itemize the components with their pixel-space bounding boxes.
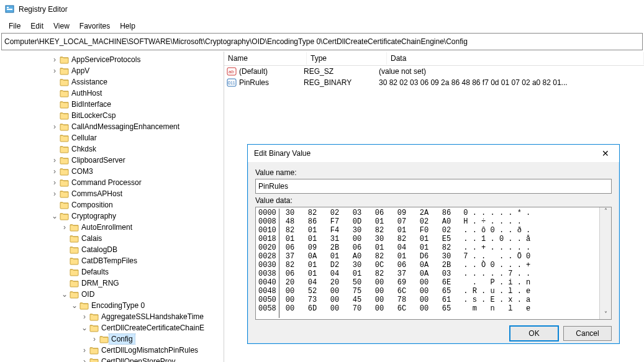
tree-item[interactable]: Assistance — [0, 76, 224, 88]
expand-icon[interactable]: › — [50, 66, 60, 75]
tree-item-label: BidInterface — [70, 99, 113, 109]
tree-item[interactable]: ›AutoEnrollment — [0, 222, 224, 233]
value-data-label: Value data: — [255, 196, 612, 205]
tree-item[interactable]: ›CommsAPHost — [0, 188, 224, 199]
menu-help[interactable]: Help — [115, 20, 140, 32]
expand-icon[interactable]: › — [50, 55, 60, 64]
tree-item[interactable]: ›ClipboardServer — [0, 155, 224, 166]
value-name-input[interactable]: PinRules — [255, 179, 612, 194]
tree-item[interactable]: Defaults — [0, 266, 224, 278]
scroll-down-icon[interactable]: ˅ — [604, 310, 607, 319]
tree-item-label: CommsAPHost — [70, 189, 124, 199]
tree-item[interactable]: ›CallAndMessagingEnhancement — [0, 121, 224, 132]
menu-favorites[interactable]: Favorites — [75, 20, 115, 32]
svg-text:ab: ab — [229, 69, 234, 75]
window-title: Registry Editor — [19, 5, 68, 14]
expand-icon[interactable]: › — [50, 178, 60, 187]
expand-icon[interactable]: › — [50, 189, 60, 198]
svg-rect-1 — [7, 7, 9, 8]
tree-pane[interactable]: ›AppServiceProtocols›AppVAssistanceAuthH… — [0, 52, 224, 362]
window-titlebar: Registry Editor — [0, 0, 644, 19]
hex-scrollbar[interactable]: ˄ ˅ — [599, 207, 611, 319]
tree-item[interactable]: ›AppV — [0, 65, 224, 76]
tree-item-label: Cryptography — [70, 211, 118, 221]
tree-item-label: CatDBTempFiles — [79, 256, 139, 266]
tree-item-label: Cellular — [70, 133, 99, 143]
menu-edit[interactable]: Edit — [25, 20, 48, 32]
menu-file[interactable]: File — [4, 20, 25, 32]
value-type: REG_SZ — [301, 67, 376, 76]
expand-icon[interactable]: › — [50, 122, 60, 131]
cancel-button[interactable]: Cancel — [563, 326, 612, 341]
tree-item-label: Config — [109, 334, 135, 344]
menu-view[interactable]: View — [48, 20, 75, 32]
list-row[interactable]: ab(Default)REG_SZ(value not set) — [224, 66, 644, 77]
address-text: Computer\HKEY_LOCAL_MACHINE\SOFTWARE\Mic… — [4, 37, 468, 46]
tree-item[interactable]: ›AggregateSSLHandshakeTime — [0, 311, 224, 322]
svg-rect-2 — [7, 9, 12, 10]
tree-item-label: ClipboardServer — [70, 155, 127, 165]
tree-item-label: BitLockerCsp — [70, 111, 117, 120]
menu-bar: File Edit View Favorites Help — [0, 19, 644, 33]
tree-item-label: COM3 — [70, 166, 95, 176]
expand-icon[interactable]: › — [50, 156, 60, 165]
tree-item[interactable]: ⌄Cryptography — [0, 210, 224, 222]
tree-item-label: Composition — [70, 200, 115, 210]
expand-icon[interactable]: › — [79, 357, 89, 362]
tree-item[interactable]: Calais — [0, 233, 224, 244]
tree-item[interactable]: DRM_RNG — [0, 278, 224, 289]
tree-item-label: AggregateSSLHandshakeTime — [99, 312, 206, 322]
value-data: (value not set) — [376, 67, 644, 76]
tree-item-label: CatalogDB — [79, 245, 119, 255]
tree-item[interactable]: Cellular — [0, 132, 224, 143]
tree-item[interactable]: CatDBTempFiles — [0, 255, 224, 266]
tree-item[interactable]: ›AppServiceProtocols — [0, 54, 224, 65]
col-data-header[interactable]: Data — [387, 52, 644, 65]
col-type-header[interactable]: Type — [307, 52, 387, 65]
tree-item[interactable]: ›Config — [0, 333, 224, 345]
expand-icon[interactable]: ⌄ — [79, 324, 89, 332]
tree-item[interactable]: ›CertDllLogMismatchPinRules — [0, 345, 224, 356]
tree-item-label: AppServiceProtocols — [70, 55, 142, 65]
tree-item[interactable]: Chkdsk — [0, 143, 224, 155]
regedit-icon — [5, 4, 15, 14]
tree-item-label: Command Processor — [70, 178, 143, 188]
tree-item-label: Chkdsk — [70, 144, 98, 154]
address-bar[interactable]: Computer\HKEY_LOCAL_MACHINE\SOFTWARE\Mic… — [1, 33, 643, 50]
expand-icon[interactable]: ⌄ — [60, 290, 70, 299]
expand-icon[interactable]: › — [79, 346, 89, 355]
tree-item[interactable]: CatalogDB — [0, 244, 224, 255]
value-name: PinRules — [239, 78, 269, 87]
tree-item[interactable]: Composition — [0, 199, 224, 210]
expand-icon[interactable]: › — [50, 167, 60, 176]
list-row[interactable]: 011PinRulesREG_BINARY30 82 02 03 06 09 2… — [224, 77, 644, 88]
tree-item-label: Defaults — [79, 267, 111, 277]
tree-item-label: AppV — [70, 66, 91, 76]
expand-icon[interactable]: ⌄ — [50, 212, 60, 220]
tree-item-label: AuthHost — [70, 88, 104, 98]
tree-item[interactable]: AuthHost — [0, 88, 224, 99]
expand-icon[interactable]: › — [79, 312, 89, 321]
tree-item-label: CallAndMessagingEnhancement — [70, 122, 181, 132]
list-header: Name Type Data — [224, 52, 644, 66]
value-name-label: Value name: — [255, 168, 612, 177]
expand-icon[interactable]: ⌄ — [70, 301, 79, 310]
tree-item[interactable]: ›CertDllOpenStoreProv — [0, 356, 224, 362]
scroll-up-icon[interactable]: ˄ — [604, 207, 607, 216]
tree-item[interactable]: BitLockerCsp — [0, 110, 224, 121]
tree-item[interactable]: ›COM3 — [0, 166, 224, 177]
value-data: 30 82 02 03 06 09 2a 86 48 86 f7 0d 01 0… — [376, 78, 644, 87]
tree-item[interactable]: ⌄EncodingType 0 — [0, 300, 224, 311]
close-icon[interactable]: ✕ — [598, 147, 613, 160]
string-value-icon: ab — [227, 67, 237, 76]
expand-icon[interactable]: › — [60, 223, 70, 232]
hex-editor[interactable]: 0000000800100018002000280030003800400048… — [255, 207, 612, 320]
tree-item[interactable]: ›Command Processor — [0, 177, 224, 188]
tree-item[interactable]: ⌄CertDllCreateCertificateChainE — [0, 322, 224, 333]
tree-item[interactable]: BidInterface — [0, 99, 224, 110]
expand-icon[interactable]: › — [89, 335, 99, 343]
tree-item[interactable]: ⌄OID — [0, 289, 224, 300]
edit-binary-dialog: Edit Binary Value ✕ Value name: PinRules… — [247, 144, 620, 344]
col-name-header[interactable]: Name — [224, 52, 307, 65]
ok-button[interactable]: OK — [510, 326, 558, 341]
